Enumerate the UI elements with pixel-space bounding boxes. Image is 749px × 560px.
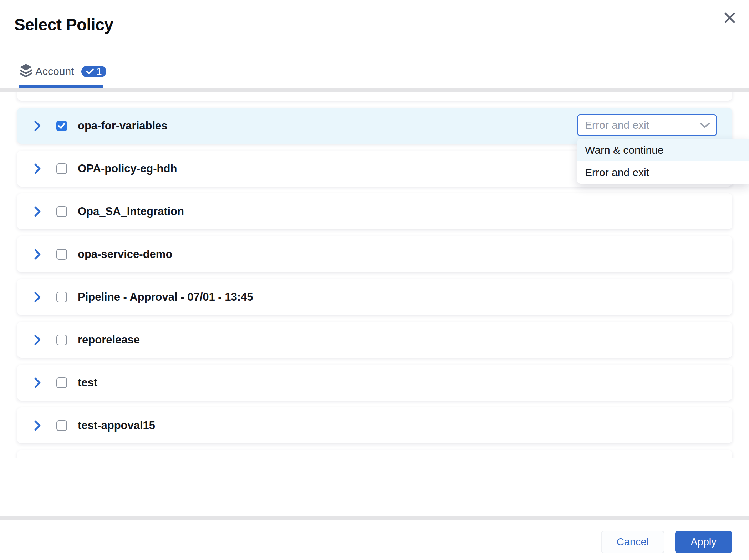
active-tab-indicator [19, 85, 103, 88]
footer-divider [0, 516, 749, 520]
layers-icon [20, 63, 32, 80]
policy-label: test [78, 376, 97, 389]
check-icon [86, 68, 94, 75]
expand-chevron-icon[interactable] [34, 377, 41, 388]
policy-label: OPA-policy-eg-hdh [78, 162, 177, 175]
select-policy-modal: Select Policy Account 1 [0, 0, 749, 560]
policy-label: Pipeline - Approval - 07/01 - 13:45 [78, 291, 253, 304]
expand-chevron-icon[interactable] [34, 292, 41, 302]
policy-label: Opa_SA_Integration [78, 205, 184, 218]
policy-row[interactable]: Opa_SA_Integration [17, 193, 732, 229]
menu-option-warn-continue[interactable]: Warn & continue [577, 139, 749, 161]
cancel-button[interactable]: Cancel [601, 531, 664, 553]
policy-list: opa-for-variables OPA-policy-eg-hdh Opa_… [0, 92, 749, 458]
policy-row[interactable]: reporelease [17, 322, 732, 358]
tabs-divider [0, 88, 749, 92]
policy-label: opa-for-variables [78, 119, 168, 132]
expand-chevron-icon[interactable] [34, 249, 41, 260]
close-icon [724, 12, 736, 24]
policy-checkbox[interactable] [56, 377, 67, 388]
tab-account[interactable]: Account 1 [20, 65, 106, 78]
selected-count: 1 [96, 66, 102, 77]
policy-checkbox[interactable] [56, 249, 67, 260]
policy-row[interactable]: opa-service-demo [17, 236, 732, 272]
policy-row-partial-bottom[interactable] [17, 450, 732, 458]
policy-label: reporelease [78, 334, 140, 346]
policy-label: test-appoval15 [78, 419, 155, 432]
policy-checkbox[interactable] [56, 163, 67, 174]
policy-checkbox[interactable] [56, 335, 67, 345]
tab-account-label: Account [35, 65, 74, 77]
policy-label: opa-service-demo [78, 248, 172, 261]
policy-action-menu: Warn & continue Error and exit [577, 139, 749, 184]
expand-chevron-icon[interactable] [34, 206, 41, 217]
expand-chevron-icon[interactable] [34, 420, 41, 431]
policy-checkbox[interactable] [56, 121, 67, 131]
policy-checkbox[interactable] [56, 206, 67, 217]
chevron-down-icon [700, 123, 710, 128]
expand-chevron-icon[interactable] [34, 121, 41, 131]
policy-action-value: Error and exit [585, 119, 649, 131]
expand-chevron-icon[interactable] [34, 335, 41, 345]
selected-count-badge: 1 [81, 66, 106, 77]
apply-button[interactable]: Apply [675, 531, 732, 553]
policy-row[interactable]: Pipeline - Approval - 07/01 - 13:45 [17, 279, 732, 315]
policy-action-select[interactable]: Error and exit [577, 114, 717, 136]
policy-row-partial-top[interactable] [17, 92, 732, 101]
close-button[interactable] [720, 8, 740, 28]
policy-checkbox[interactable] [56, 292, 67, 302]
page-title: Select Policy [14, 15, 113, 34]
policy-row[interactable]: test [17, 365, 732, 401]
expand-chevron-icon[interactable] [34, 163, 41, 174]
policy-row[interactable]: test-appoval15 [17, 407, 732, 443]
policy-checkbox[interactable] [56, 420, 67, 431]
menu-option-error-exit[interactable]: Error and exit [577, 161, 749, 184]
